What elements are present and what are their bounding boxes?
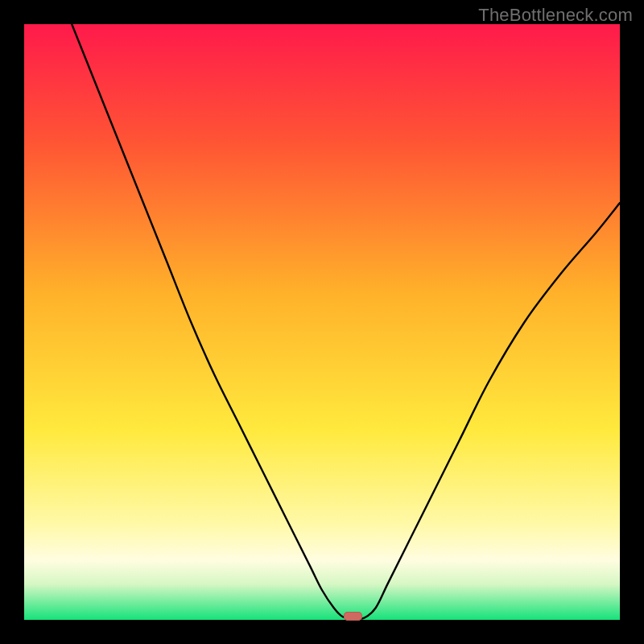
chart-frame: TheBottleneck.com	[0, 0, 644, 644]
watermark-text: TheBottleneck.com	[478, 5, 633, 26]
optimal-marker	[344, 612, 361, 621]
plot-area	[24, 24, 620, 620]
bottleneck-curve	[24, 24, 620, 620]
